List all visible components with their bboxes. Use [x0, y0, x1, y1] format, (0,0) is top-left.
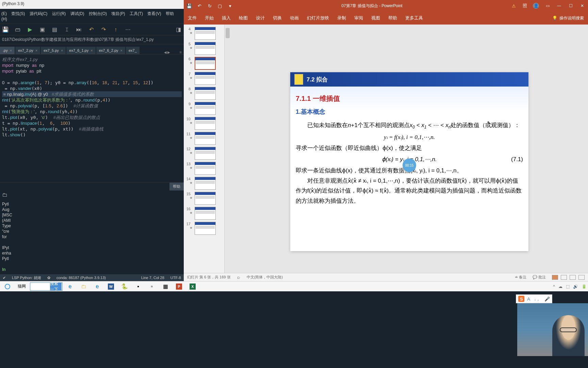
current-slide[interactable]: 7.2 拟合 7.1.1 一维插值 1.基本概念 已知未知函数在n+1个互不相同…	[290, 72, 528, 251]
thumbnail-16[interactable]: 16★	[184, 206, 224, 221]
ribbon-review[interactable]: 审阅	[354, 15, 363, 21]
help-button[interactable]: 帮助	[169, 183, 184, 190]
new-console-icon[interactable]: 🗀	[2, 192, 7, 198]
tab-ex7-6-1[interactable]: ex7_6_1.py×	[66, 47, 95, 54]
slide-counter[interactable]: 幻灯片 第 6 张，共 169 张	[187, 275, 231, 280]
sync-icon[interactable]: 照	[522, 3, 527, 9]
ribbon-slideshow[interactable]: 幻灯片放映	[307, 15, 329, 21]
cursor-icon[interactable]: 𝙸	[64, 27, 69, 32]
menu-find[interactable]: 查找(S)	[11, 11, 25, 16]
maximize-icon[interactable]: ☐	[568, 3, 574, 9]
close-icon[interactable]: ×	[120, 48, 122, 52]
tab-ex7-5[interactable]: ex7_5.py×	[41, 47, 66, 54]
menu-project[interactable]: 项目(P)	[111, 11, 125, 16]
tab-ex7-6-2[interactable]: ex7_6_2.py×	[96, 47, 125, 54]
thumbnail-17[interactable]: 17★	[184, 221, 224, 236]
word-icon[interactable]: W	[105, 282, 117, 291]
console-output[interactable]: Pytl Aug [MSC (AMI Type "cre for IPyt en…	[0, 199, 184, 274]
panel-icon[interactable]: ◨	[176, 27, 181, 32]
volume-icon[interactable]: 🔊	[573, 284, 578, 289]
save-icon[interactable]: 💾	[3, 27, 8, 32]
close-icon[interactable]: ×	[91, 48, 93, 52]
ide-menubar[interactable]: (E) 查找(S) 源代码(C) 运行(R) 调试(D) 控制台(O) 项目(P…	[0, 9, 184, 24]
taskbar-search[interactable]: 搜索一下	[30, 282, 63, 291]
accessibility-icon[interactable]: ⫐	[237, 275, 241, 279]
network-icon[interactable]: ⬚	[566, 284, 570, 289]
close-icon[interactable]: ×	[10, 48, 12, 52]
battery-icon[interactable]: 🔋	[582, 284, 587, 289]
sogou-icon[interactable]: S	[518, 296, 524, 302]
account-icon[interactable]: 👤	[533, 3, 539, 9]
system-tray[interactable]: ^ ☁ ⬚ 🔊 🔋	[553, 284, 587, 289]
menu-console[interactable]: 控制台(O)	[89, 11, 107, 16]
qat-more-icon[interactable]: ▾	[227, 3, 233, 9]
ribbon-view[interactable]: 视图	[371, 15, 380, 21]
sorter-view-icon[interactable]	[561, 275, 567, 280]
search-input[interactable]	[30, 285, 50, 289]
app-icon-2[interactable]: ▦	[159, 282, 172, 291]
thumbnail-10[interactable]: 10★	[184, 116, 224, 131]
browser-tab[interactable]: 猫网	[15, 282, 29, 291]
ime-punct[interactable]: ，。	[533, 296, 542, 302]
tab-prev-icon[interactable]: ◀	[164, 50, 167, 54]
ribbon-help[interactable]: 帮助	[388, 15, 397, 21]
redo-icon[interactable]: ↻	[207, 3, 212, 9]
ribbon-animations[interactable]: 动画	[290, 15, 299, 21]
menu-debug[interactable]: 调试(D)	[70, 11, 84, 16]
tab-ex7-more[interactable]: ex7_	[126, 47, 140, 54]
debug-step-icon[interactable]: ⏭	[76, 27, 82, 32]
tab-next-icon[interactable]: ▶	[167, 50, 170, 54]
run-selection-icon[interactable]: ▤	[52, 27, 57, 32]
code-editor[interactable]: 程序文件ex7_1.py mport numpy as np mport pyl…	[0, 55, 184, 182]
thumbnail-8[interactable]: 8★	[184, 86, 224, 101]
excel-icon[interactable]: X	[186, 282, 199, 291]
slide-thumbnails[interactable]: 4★5★6★7★8★9★10★11★12★13★14★15★16★17★	[184, 25, 225, 273]
ribbon-insert[interactable]: 插入	[222, 15, 231, 21]
more-icon[interactable]: ⋯	[125, 27, 131, 32]
ribbon-file[interactable]: 文件	[188, 15, 197, 21]
tell-me-search[interactable]: 💡 操作说明搜索	[552, 15, 584, 21]
save-icon[interactable]: 💾	[186, 3, 192, 9]
close-icon[interactable]: ×	[61, 48, 63, 52]
tab-ex7-1[interactable]: .py×	[0, 47, 15, 54]
ribbon-design[interactable]: 设计	[256, 15, 265, 21]
comments-button[interactable]: 💬 批注	[533, 275, 546, 280]
normal-view-icon[interactable]	[552, 275, 558, 280]
run-icon[interactable]: ▶	[27, 27, 33, 32]
thumbnail-14[interactable]: 14★	[184, 176, 224, 191]
undo-icon[interactable]: ↶	[197, 3, 202, 9]
menu-source[interactable]: 源代码(C)	[30, 11, 48, 16]
thumbnail-11[interactable]: 11★	[184, 131, 224, 146]
explorer-icon[interactable]: 🗀	[78, 282, 90, 291]
close-icon[interactable]: ×	[35, 48, 37, 52]
windows-taskbar[interactable]: 猫网 搜索一下 e 🗀 e W 🐍 ▪ ▫ ▦ P X ^ ☁ ⬚ 🔊 🔋	[0, 281, 588, 291]
ribbon-transitions[interactable]: 切换	[273, 15, 282, 21]
terminal-icon[interactable]: ▪	[132, 282, 144, 291]
mic-icon[interactable]: 🎤	[544, 296, 550, 302]
ribbon-more[interactable]: 更多工具	[405, 15, 423, 21]
thumbnail-9[interactable]: 9★	[184, 101, 224, 116]
thumbnail-4[interactable]: 4★	[184, 26, 224, 41]
python-icon[interactable]: 🐍	[118, 282, 131, 291]
save-all-icon[interactable]: 🗃	[15, 27, 20, 32]
menu-edit[interactable]: (E)	[1, 11, 7, 16]
run-cell-icon[interactable]: ▣	[39, 27, 45, 32]
thumbnail-5[interactable]: 5★	[184, 41, 224, 56]
onedrive-icon[interactable]: ☁	[558, 284, 562, 289]
ie-icon[interactable]	[1, 282, 14, 291]
thumbnail-6[interactable]: 6★	[184, 56, 224, 71]
ribbon-draw[interactable]: 绘图	[239, 15, 248, 21]
tab-ex7-2[interactable]: ex7_2.py×	[15, 47, 40, 54]
ribbon-home[interactable]: 开始	[205, 15, 214, 21]
close-icon[interactable]: ✕	[579, 3, 585, 9]
language-status[interactable]: 中文(简体，中国大陆)	[247, 275, 283, 280]
edge-icon[interactable]: e	[64, 282, 76, 291]
reading-view-icon[interactable]	[570, 275, 576, 280]
notes-button[interactable]: ≐ 备注	[515, 275, 526, 280]
thumbnail-7[interactable]: 7★	[184, 71, 224, 86]
undo-icon[interactable]: ↶	[88, 27, 94, 32]
slideshow-view-icon[interactable]	[578, 275, 585, 280]
up-icon[interactable]: ↑	[113, 27, 118, 32]
search-button[interactable]: 搜索一下	[50, 283, 62, 290]
thumbnail-12[interactable]: 12★	[184, 146, 224, 161]
